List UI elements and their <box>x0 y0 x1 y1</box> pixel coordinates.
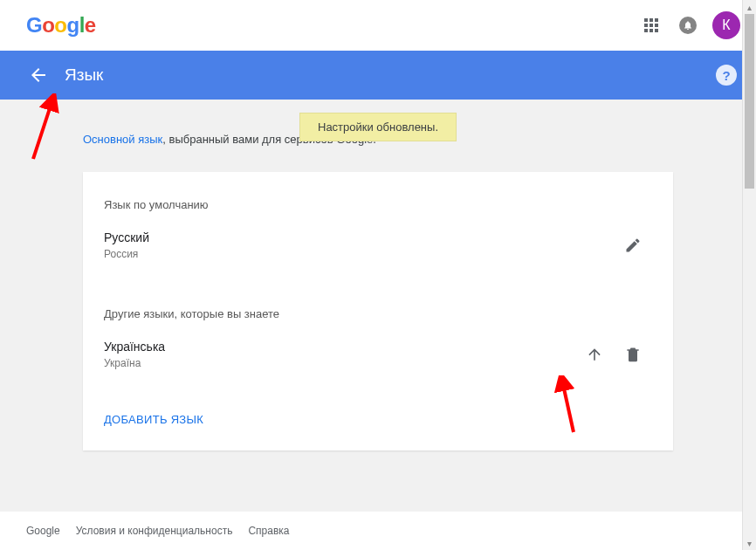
footer: Google Условия и конфиденциальность Спра… <box>0 512 756 550</box>
page-title: Язык <box>65 65 103 85</box>
help-icon[interactable]: ? <box>716 65 737 86</box>
scroll-down-button[interactable]: ▾ <box>743 536 756 550</box>
scroll-up-button[interactable]: ▴ <box>743 0 756 14</box>
add-language-button[interactable]: ДОБАВИТЬ ЯЗЫК <box>83 387 673 426</box>
other-lang-row: Українська Україна <box>83 340 673 387</box>
default-lang-region: Россия <box>104 248 614 260</box>
bluebar: Язык ? <box>0 51 756 100</box>
language-card: Язык по умолчанию Русский Россия Другие … <box>83 172 673 450</box>
other-lang-name: Українська <box>104 340 575 354</box>
other-lang-region: Україна <box>104 357 575 369</box>
footer-privacy[interactable]: Условия и конфиденциальность <box>76 525 233 537</box>
default-lang-heading: Язык по умолчанию <box>83 189 673 230</box>
other-lang-heading: Другие языки, которые вы знаете <box>83 299 673 340</box>
pencil-icon <box>624 237 642 254</box>
arrow-up-icon <box>586 346 603 363</box>
topbar: Google К <box>0 0 756 51</box>
trash-icon <box>624 346 642 363</box>
edit-default-lang-button[interactable] <box>614 237 652 254</box>
avatar[interactable]: К <box>712 11 740 39</box>
scroll-thumb[interactable] <box>745 14 754 189</box>
default-lang-row: Русский Россия <box>83 230 673 278</box>
move-up-lang-button[interactable] <box>575 346 614 363</box>
toast-notification: Настройки обновлены. <box>299 113 457 141</box>
intro-link[interactable]: Основной язык <box>83 133 162 146</box>
back-button[interactable] <box>19 56 58 94</box>
content-area: Настройки обновлены. Основной язык, выбр… <box>0 100 756 512</box>
apps-icon[interactable] <box>636 10 667 41</box>
google-logo[interactable]: Google <box>26 13 96 38</box>
footer-brand[interactable]: Google <box>26 525 60 537</box>
notifications-icon[interactable] <box>672 10 704 41</box>
default-lang-name: Русский <box>104 230 614 244</box>
arrow-left-icon <box>28 65 49 86</box>
delete-lang-button[interactable] <box>614 346 652 363</box>
footer-help[interactable]: Справка <box>248 525 289 537</box>
scrollbar[interactable]: ▴ ▾ <box>742 0 756 550</box>
